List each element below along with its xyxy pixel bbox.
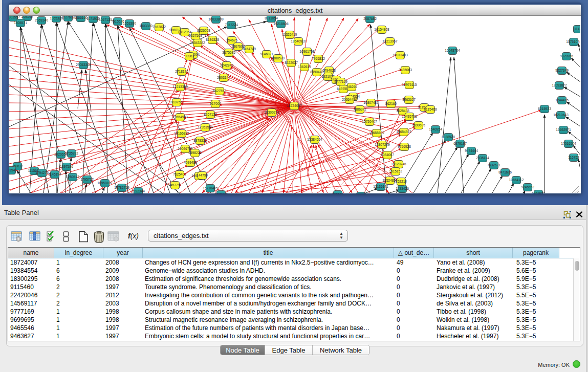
svg-text:3675685: 3675685 (222, 51, 235, 54)
svg-text:9463627: 9463627 (402, 98, 416, 101)
svg-text:16543382: 16543382 (190, 41, 205, 45)
svg-text:5498222: 5498222 (188, 151, 202, 155)
svg-text:1292344: 1292344 (132, 189, 145, 193)
svg-text:8427552: 8427552 (213, 89, 226, 93)
svg-text:16033809: 16033809 (208, 17, 224, 21)
svg-text:144790: 144790 (197, 173, 208, 177)
svg-text:9815440: 9815440 (214, 192, 228, 193)
svg-text:19218506: 19218506 (273, 22, 289, 26)
svg-text:16782759: 16782759 (114, 186, 129, 189)
svg-text:1250513: 1250513 (66, 175, 79, 179)
svg-text:6466160: 6466160 (74, 16, 88, 19)
svg-text:7386372: 7386372 (353, 107, 366, 111)
svg-text:12353594: 12353594 (198, 125, 213, 129)
svg-text:209140: 209140 (21, 16, 33, 18)
svg-text:18724007: 18724007 (287, 104, 302, 107)
svg-text:16961758: 16961758 (299, 50, 315, 53)
svg-text:12213967: 12213967 (382, 39, 398, 43)
svg-text:9431522: 9431522 (532, 192, 545, 193)
svg-text:19654923: 19654923 (396, 130, 411, 134)
svg-text:762160: 762160 (332, 192, 343, 193)
svg-text:10654112: 10654112 (509, 178, 524, 182)
svg-text:1505571: 1505571 (14, 21, 27, 25)
svg-text:1244415: 1244415 (555, 98, 569, 102)
svg-text:1735992: 1735992 (65, 151, 78, 155)
svg-text:18807249: 18807249 (375, 143, 390, 146)
svg-text:12213369: 12213369 (172, 85, 188, 89)
svg-text:8938928: 8938928 (442, 135, 455, 139)
svg-text:1615152: 1615152 (389, 169, 402, 173)
svg-text:9329966: 9329966 (560, 54, 573, 58)
svg-text:7955812: 7955812 (312, 57, 325, 60)
svg-text:10807487: 10807487 (363, 101, 379, 104)
svg-text:16154808: 16154808 (374, 28, 389, 31)
svg-text:8878312: 8878312 (193, 139, 207, 142)
svg-text:29053346: 29053346 (76, 63, 91, 67)
svg-text:9457791: 9457791 (168, 183, 182, 187)
svg-text:9084067: 9084067 (381, 153, 394, 157)
svg-text:9777169: 9777169 (334, 80, 347, 83)
svg-text:1145194: 1145194 (48, 172, 61, 176)
svg-text:1733426: 1733426 (396, 187, 409, 190)
svg-text:2069140: 2069140 (35, 18, 48, 22)
svg-text:16120746: 16120746 (391, 162, 406, 166)
svg-text:9699695: 9699695 (412, 123, 425, 127)
svg-text:862160: 862160 (385, 102, 397, 105)
svg-text:7625402: 7625402 (173, 172, 186, 176)
svg-text:1588520: 1588520 (271, 56, 285, 60)
svg-text:15495758: 15495758 (402, 115, 417, 118)
svg-text:16648784: 16648784 (445, 49, 460, 52)
svg-text:7357224: 7357224 (225, 23, 238, 27)
svg-text:19166825: 19166825 (174, 132, 189, 135)
svg-text:10107553: 10107553 (169, 100, 184, 104)
svg-text:15692971: 15692971 (556, 128, 571, 132)
svg-text:2935114: 2935114 (476, 156, 489, 160)
svg-text:1071915: 1071915 (86, 17, 100, 20)
svg-text:18640910: 18640910 (291, 39, 306, 43)
svg-text:17016504: 17016504 (561, 142, 576, 145)
svg-text:11325419: 11325419 (282, 33, 297, 36)
svg-text:9146821: 9146821 (260, 52, 273, 56)
svg-text:1640954: 1640954 (429, 127, 442, 131)
svg-text:8990448: 8990448 (310, 70, 323, 74)
svg-text:1794275: 1794275 (35, 171, 49, 174)
svg-text:8215933: 8215933 (538, 107, 551, 111)
svg-text:9227349: 9227349 (555, 69, 569, 72)
svg-text:7485063: 7485063 (399, 68, 412, 72)
svg-text:391541: 391541 (9, 168, 17, 172)
svg-text:15384554: 15384554 (307, 138, 322, 141)
svg-text:10958107: 10958107 (97, 181, 113, 185)
svg-text:9756928: 9756928 (398, 145, 411, 148)
svg-text:12093872: 12093872 (552, 83, 567, 87)
svg-text:8322037: 8322037 (285, 61, 298, 64)
svg-text:8471676: 8471676 (498, 170, 512, 174)
svg-text:2718176: 2718176 (175, 70, 188, 73)
svg-text:16210643: 16210643 (553, 113, 569, 117)
svg-text:4099489: 4099489 (184, 161, 197, 164)
svg-text:1067135: 1067135 (99, 18, 112, 21)
svg-text:154675: 154675 (226, 38, 237, 42)
svg-text:12975115: 12975115 (402, 83, 417, 86)
svg-text:252214: 252214 (396, 180, 407, 183)
svg-text:1527602: 1527602 (61, 16, 75, 19)
svg-text:8226058: 8226058 (197, 29, 210, 32)
svg-text:19654923: 19654923 (172, 115, 188, 119)
svg-text:1397586: 1397586 (60, 165, 73, 168)
svg-text:15720407: 15720407 (362, 120, 377, 123)
svg-text:15751074: 15751074 (566, 40, 580, 43)
svg-text:9245652: 9245652 (521, 185, 534, 189)
svg-text:1025438: 1025438 (396, 109, 409, 113)
svg-text:917004: 917004 (210, 102, 221, 105)
svg-text:20364436: 20364436 (342, 98, 357, 101)
svg-text:8912954: 8912954 (178, 30, 191, 34)
svg-text:9242848: 9242848 (220, 63, 233, 67)
svg-text:8115468: 8115468 (424, 107, 437, 111)
svg-text:746266: 746266 (346, 85, 357, 89)
svg-text:8813054: 8813054 (265, 16, 278, 20)
svg-text:9474444: 9474444 (465, 149, 478, 152)
svg-text:15300273: 15300273 (264, 111, 279, 114)
svg-text:9327508: 9327508 (189, 34, 202, 37)
svg-text:15136141: 15136141 (373, 185, 388, 188)
svg-text:1112: 1112 (574, 27, 580, 31)
svg-text:10973493: 10973493 (393, 53, 408, 57)
